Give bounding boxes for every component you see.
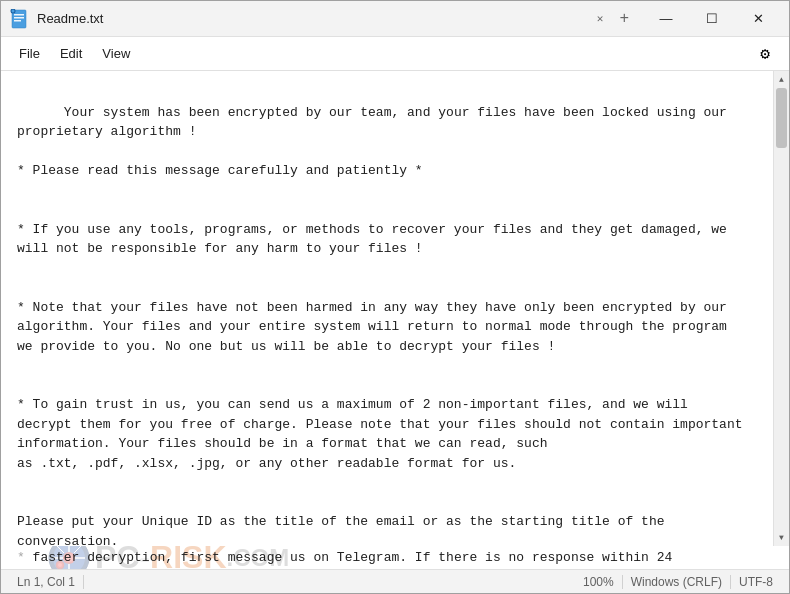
settings-icon[interactable]: ⚙	[749, 38, 781, 70]
window-title: Readme.txt	[37, 11, 591, 26]
file-menu[interactable]: File	[9, 42, 50, 65]
main-window: Readme.txt ✕ + — ☐ ✕ File Edit View ⚙ Yo…	[0, 0, 790, 594]
tab-add-button[interactable]: +	[613, 8, 635, 30]
content-area: Your system has been encrypted by our te…	[1, 71, 789, 546]
status-bar: Ln 1, Col 1 100% Windows (CRLF) UTF-8	[1, 569, 789, 593]
line-ending: Windows (CRLF)	[623, 575, 731, 589]
window-controls: — ☐ ✕	[643, 3, 781, 35]
menu-bar: File Edit View ⚙	[1, 37, 789, 71]
tab-close-button[interactable]: ✕	[591, 10, 610, 27]
text-editor[interactable]: Your system has been encrypted by our te…	[1, 71, 773, 546]
scroll-thumb[interactable]	[776, 88, 787, 148]
close-button[interactable]: ✕	[735, 3, 781, 35]
last-line-area: * faster decryption, first message us on…	[1, 546, 789, 569]
app-icon	[9, 9, 29, 29]
minimize-button[interactable]: —	[643, 3, 689, 35]
edit-menu[interactable]: Edit	[50, 42, 92, 65]
encoding: UTF-8	[731, 575, 781, 589]
cursor-position: Ln 1, Col 1	[9, 575, 84, 589]
tab-controls: ✕ +	[591, 8, 635, 30]
vertical-scrollbar[interactable]: ▲ ▼	[773, 71, 789, 546]
svg-rect-1	[14, 14, 24, 16]
menu-bar-right: ⚙	[749, 38, 781, 70]
last-line-text: * faster decryption, first message us on…	[17, 550, 672, 565]
scroll-track[interactable]	[774, 88, 789, 529]
title-bar: Readme.txt ✕ + — ☐ ✕	[1, 1, 789, 37]
maximize-button[interactable]: ☐	[689, 3, 735, 35]
scroll-down-arrow[interactable]: ▼	[774, 529, 790, 546]
editor-content: Your system has been encrypted by our te…	[17, 105, 743, 547]
svg-point-5	[12, 9, 15, 12]
view-menu[interactable]: View	[92, 42, 140, 65]
scroll-up-arrow[interactable]: ▲	[774, 71, 790, 88]
zoom-level: 100%	[575, 575, 623, 589]
svg-rect-2	[14, 17, 24, 19]
svg-rect-3	[14, 20, 21, 22]
